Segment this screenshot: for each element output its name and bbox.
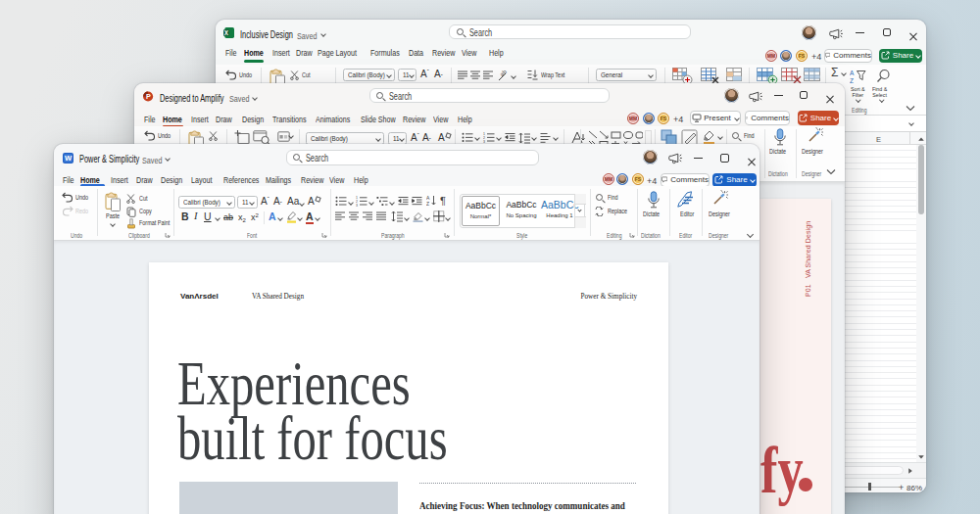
svg-text:W: W — [65, 154, 73, 163]
svg-text:3: 3 — [356, 204, 358, 207]
svg-text:Z: Z — [850, 77, 854, 84]
svg-text:3: 3 — [483, 140, 485, 143]
svg-text:P: P — [145, 92, 150, 101]
svg-text:Z: Z — [426, 201, 429, 207]
svg-text:A: A — [850, 70, 855, 76]
svg-text:ab: ab — [499, 70, 508, 77]
